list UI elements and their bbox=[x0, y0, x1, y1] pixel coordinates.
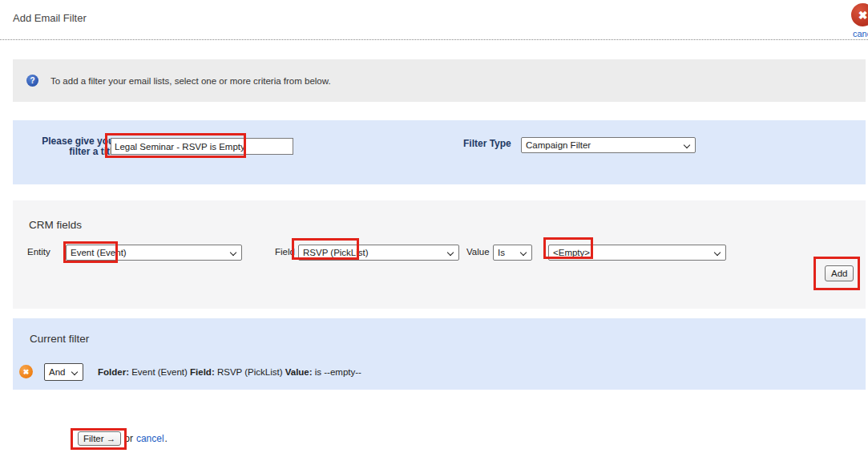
add-button[interactable]: Add bbox=[825, 265, 854, 281]
remove-filter-icon[interactable]: ✖ bbox=[19, 365, 33, 378]
cancel-link[interactable]: cancel bbox=[136, 433, 164, 444]
title-section: Please give your filter a title Filter T… bbox=[13, 120, 866, 184]
help-icon-glyph: ? bbox=[30, 76, 34, 85]
crm-fields-heading: CRM fields bbox=[29, 219, 82, 231]
filter-summary: Folder: Event (Event) Field: RSVP (PickL… bbox=[98, 367, 361, 377]
summary-value-value: is --empty-- bbox=[313, 367, 361, 377]
cancel-top-link[interactable]: cancel bbox=[853, 29, 868, 38]
field-select-value: RSVP (PickList) bbox=[303, 248, 369, 257]
crm-fields-section: CRM fields Entity Event (Event) Field RS… bbox=[13, 200, 866, 309]
entity-select[interactable]: Event (Event) bbox=[66, 245, 242, 261]
chevron-down-icon bbox=[684, 142, 690, 148]
page-title: Add Email Filter bbox=[13, 12, 87, 24]
value-label: Value bbox=[466, 247, 490, 257]
operator-select-value: Is bbox=[498, 248, 505, 257]
add-email-filter-page: Add Email Filter ✖ cancel ? To add a fil… bbox=[0, 0, 868, 453]
filter-title-input[interactable] bbox=[111, 138, 293, 155]
filter-submit-button[interactable]: Filter → bbox=[78, 431, 121, 446]
remove-icon-glyph: ✖ bbox=[23, 368, 30, 376]
chevron-down-icon bbox=[71, 369, 78, 375]
summary-value-label: Value: bbox=[285, 367, 313, 377]
summary-folder-value: Event (Event) bbox=[129, 367, 190, 377]
filter-type-select[interactable]: Campaign Filter bbox=[521, 137, 696, 153]
chevron-down-icon bbox=[520, 249, 527, 256]
chevron-down-icon bbox=[230, 249, 236, 256]
conjunction-select[interactable]: And bbox=[44, 363, 83, 381]
summary-field-value: RSVP (PickList) bbox=[215, 367, 285, 377]
info-text: To add a filter your email lists, select… bbox=[50, 76, 331, 86]
period-text: . bbox=[165, 433, 168, 444]
summary-field-label: Field: bbox=[190, 367, 215, 377]
summary-folder-label: Folder: bbox=[98, 367, 129, 377]
filter-title-label-line2: filter a title bbox=[27, 147, 118, 157]
field-label: Field bbox=[275, 247, 295, 257]
filter-title-label: Please give your filter a title bbox=[27, 136, 118, 157]
current-filter-heading: Current filter bbox=[30, 333, 89, 345]
current-filter-section: Current filter ✖ And Folder: Event (Even… bbox=[13, 318, 866, 390]
chevron-down-icon bbox=[447, 249, 454, 256]
header-divider bbox=[0, 39, 868, 40]
help-icon: ? bbox=[26, 75, 38, 87]
entity-select-value: Event (Event) bbox=[71, 248, 127, 257]
entity-label: Entity bbox=[27, 247, 50, 257]
info-bar: ? To add a filter your email lists, sele… bbox=[13, 59, 866, 102]
close-icon-glyph: ✖ bbox=[858, 9, 868, 22]
conjunction-select-value: And bbox=[49, 367, 65, 377]
value-select[interactable]: <Empty> bbox=[548, 245, 726, 261]
filter-type-select-value: Campaign Filter bbox=[526, 140, 591, 150]
chevron-down-icon bbox=[714, 249, 721, 256]
filter-type-label: Filter Type bbox=[463, 138, 511, 149]
value-select-value: <Empty> bbox=[553, 248, 590, 257]
or-text: or bbox=[124, 433, 133, 444]
operator-select[interactable]: Is bbox=[493, 245, 532, 261]
close-icon[interactable]: ✖ bbox=[851, 3, 868, 26]
field-select[interactable]: RSVP (PickList) bbox=[298, 245, 459, 261]
footer-actions: Filter → or cancel. bbox=[78, 431, 168, 446]
